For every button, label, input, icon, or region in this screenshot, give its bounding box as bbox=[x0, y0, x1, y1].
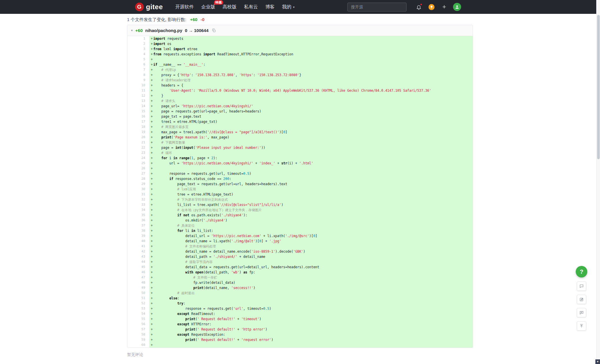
line-number[interactable]: 57 bbox=[127, 327, 149, 332]
diff-line: 19+ max_page = tree1.xpath('//div[@class… bbox=[127, 130, 473, 135]
diff-line: 1+import requests bbox=[127, 36, 473, 41]
line-number[interactable]: 34 bbox=[127, 207, 149, 213]
nav-item-enterprise[interactable]: 企业版特惠 bbox=[201, 4, 215, 10]
create-new-button[interactable]: + bbox=[440, 3, 449, 11]
line-number[interactable]: 27 bbox=[127, 171, 149, 176]
line-number[interactable]: 58 bbox=[127, 332, 149, 337]
nav-item-my[interactable]: 我的▾ bbox=[282, 4, 295, 10]
line-number[interactable]: 7 bbox=[127, 67, 149, 72]
notifications-button[interactable] bbox=[415, 3, 423, 11]
scrollbar-thumb[interactable] bbox=[597, 15, 600, 159]
line-number[interactable]: 8 bbox=[127, 72, 149, 78]
line-code: + bbox=[149, 166, 473, 171]
line-number[interactable]: 31 bbox=[127, 192, 149, 197]
nav-item-blog[interactable]: 博客 bbox=[265, 4, 275, 10]
diff-summary: 1 个文件发生了变化, 影响行数: +60 -0 bbox=[127, 17, 473, 22]
navbar: G gitee 开源软件企业版特惠高校版私有云博客我的▾ bbox=[0, 0, 596, 14]
diff-line: 44+ # 提取字节流内容 bbox=[127, 259, 473, 264]
line-number[interactable]: 17 bbox=[127, 119, 149, 124]
line-number[interactable]: 46 bbox=[127, 270, 149, 275]
nav-item-opensource[interactable]: 开源软件 bbox=[175, 4, 194, 10]
line-number[interactable]: 53 bbox=[127, 306, 149, 311]
line-number[interactable]: 32 bbox=[127, 197, 149, 202]
line-number[interactable]: 55 bbox=[127, 316, 149, 322]
line-number[interactable]: 6 bbox=[127, 62, 149, 67]
diff-line: 40+ detail_name = li.xpath('./img/@alt')… bbox=[127, 239, 473, 244]
line-number[interactable]: 9 bbox=[127, 78, 149, 83]
back-to-top-button[interactable] bbox=[577, 321, 586, 331]
diff-line: 60+ bbox=[127, 342, 473, 348]
diff-plus-sign: + bbox=[149, 311, 153, 316]
line-number[interactable]: 38 bbox=[127, 228, 149, 233]
line-number[interactable]: 2 bbox=[127, 41, 149, 46]
avatar bbox=[453, 3, 461, 11]
diff-plus-sign: + bbox=[149, 62, 153, 67]
scrollbar-track[interactable] bbox=[596, 0, 600, 364]
line-number[interactable]: 24 bbox=[127, 155, 149, 161]
line-number[interactable]: 52 bbox=[127, 301, 149, 306]
line-number[interactable]: 23 bbox=[127, 150, 149, 155]
diff-file-header[interactable]: ▾ +60 nihao/pachong.py 0 → 100644 bbox=[127, 25, 473, 36]
line-number[interactable]: 5 bbox=[127, 57, 149, 62]
user-menu[interactable] bbox=[453, 3, 461, 11]
lamp-button[interactable] bbox=[427, 3, 436, 11]
line-number[interactable]: 51 bbox=[127, 296, 149, 301]
line-number[interactable]: 11 bbox=[127, 88, 149, 93]
line-number[interactable]: 19 bbox=[127, 130, 149, 135]
line-number[interactable]: 13 bbox=[127, 98, 149, 104]
scroll-down-button[interactable]: ▼ bbox=[595, 359, 600, 364]
line-number[interactable]: 29 bbox=[127, 181, 149, 187]
diff-plus-sign: + bbox=[149, 202, 153, 207]
feedback-button[interactable] bbox=[577, 308, 586, 317]
line-number[interactable]: 50 bbox=[127, 290, 149, 296]
line-code: + bbox=[149, 342, 473, 348]
diff-body: 1+import requests2+import os3+from lxml … bbox=[127, 36, 473, 348]
line-number[interactable]: 33 bbox=[127, 202, 149, 207]
line-number[interactable]: 21 bbox=[127, 140, 149, 145]
edit-button[interactable] bbox=[577, 295, 586, 304]
line-number[interactable]: 25 bbox=[127, 161, 149, 166]
line-number[interactable]: 22 bbox=[127, 145, 149, 150]
search-input[interactable] bbox=[348, 5, 406, 9]
line-number[interactable]: 15 bbox=[127, 109, 149, 114]
help-button[interactable]: ? bbox=[576, 266, 587, 277]
diff-plus-sign: + bbox=[149, 233, 153, 239]
line-number[interactable]: 44 bbox=[127, 259, 149, 264]
line-number[interactable]: 48 bbox=[127, 280, 149, 285]
line-number[interactable]: 10 bbox=[127, 83, 149, 88]
comment-button[interactable] bbox=[577, 282, 586, 291]
line-number[interactable]: 30 bbox=[127, 187, 149, 192]
line-number[interactable]: 16 bbox=[127, 114, 149, 119]
line-number[interactable]: 35 bbox=[127, 213, 149, 218]
line-number[interactable]: 4 bbox=[127, 52, 149, 57]
copy-path-icon[interactable] bbox=[212, 28, 216, 33]
line-number[interactable]: 42 bbox=[127, 249, 149, 254]
line-number[interactable]: 28 bbox=[127, 176, 149, 181]
line-number[interactable]: 54 bbox=[127, 311, 149, 316]
line-number[interactable]: 26 bbox=[127, 166, 149, 171]
collapse-icon[interactable]: ▾ bbox=[131, 29, 133, 32]
line-number[interactable]: 45 bbox=[127, 264, 149, 270]
line-number[interactable]: 59 bbox=[127, 337, 149, 342]
line-number[interactable]: 1 bbox=[127, 36, 149, 41]
nav-item-private-cloud[interactable]: 私有云 bbox=[244, 4, 258, 10]
line-number[interactable]: 49 bbox=[127, 285, 149, 290]
nav-item-education[interactable]: 高校版 bbox=[223, 4, 236, 10]
line-number[interactable]: 37 bbox=[127, 223, 149, 228]
diff-line: 41+ # 文件名称编码处理 bbox=[127, 244, 473, 249]
line-number[interactable]: 12 bbox=[127, 93, 149, 98]
line-number[interactable]: 56 bbox=[127, 322, 149, 327]
line-number[interactable]: 43 bbox=[127, 254, 149, 259]
line-number[interactable]: 41 bbox=[127, 244, 149, 249]
line-number[interactable]: 20 bbox=[127, 135, 149, 140]
line-number[interactable]: 18 bbox=[127, 124, 149, 130]
line-number[interactable]: 39 bbox=[127, 233, 149, 239]
line-number[interactable]: 60 bbox=[127, 342, 149, 348]
gitee-logo[interactable]: G gitee bbox=[135, 3, 163, 11]
line-number[interactable]: 40 bbox=[127, 239, 149, 244]
diff-plus-sign: + bbox=[149, 207, 153, 213]
line-number[interactable]: 36 bbox=[127, 218, 149, 223]
line-number[interactable]: 47 bbox=[127, 275, 149, 280]
line-number[interactable]: 3 bbox=[127, 46, 149, 52]
line-number[interactable]: 14 bbox=[127, 104, 149, 109]
